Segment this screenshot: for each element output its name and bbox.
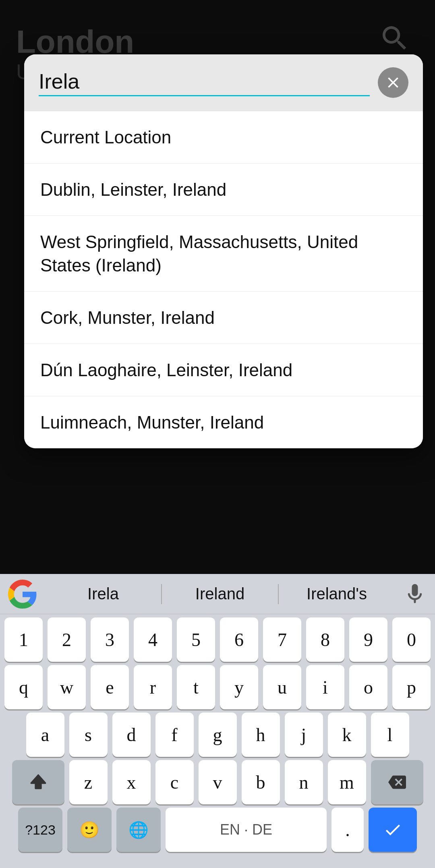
- result-west-springfield[interactable]: West Springfield, Massachusetts, United …: [24, 216, 423, 291]
- key-5[interactable]: 5: [177, 617, 215, 662]
- suggestions-bar: Irela Ireland Ireland's: [0, 574, 435, 614]
- shift-icon: [28, 772, 49, 793]
- globe-key[interactable]: 🌐: [116, 808, 161, 852]
- number-row: 1 2 3 4 5 6 7 8 9 0: [0, 614, 435, 662]
- key-m[interactable]: m: [328, 760, 366, 804]
- shift-key[interactable]: [12, 760, 64, 804]
- key-o[interactable]: o: [349, 665, 387, 709]
- key-f[interactable]: f: [155, 713, 194, 757]
- result-current-location[interactable]: Current Location: [24, 111, 423, 164]
- key-u[interactable]: u: [263, 665, 301, 709]
- key-8[interactable]: 8: [306, 617, 344, 662]
- key-s[interactable]: s: [69, 713, 108, 757]
- key-i[interactable]: i: [306, 665, 344, 709]
- search-input-area: [24, 54, 423, 111]
- mic-icon[interactable]: [403, 582, 427, 606]
- suggestion-irela[interactable]: Irela: [45, 585, 161, 603]
- zxcv-row: z x c v b n m: [0, 757, 435, 804]
- key-k[interactable]: k: [328, 713, 366, 757]
- key-q[interactable]: q: [4, 665, 43, 709]
- result-dun-laoghaire[interactable]: Dún Laoghaire, Leinster, Ireland: [24, 344, 423, 396]
- key-9[interactable]: 9: [349, 617, 387, 662]
- key-3[interactable]: 3: [91, 617, 129, 662]
- key-6[interactable]: 6: [220, 617, 258, 662]
- suggestion-ireland[interactable]: Ireland: [162, 585, 278, 603]
- key-r[interactable]: r: [134, 665, 172, 709]
- key-x[interactable]: x: [112, 760, 151, 804]
- key-h[interactable]: h: [242, 713, 280, 757]
- symbol-key[interactable]: ?123: [18, 808, 62, 852]
- key-4[interactable]: 4: [134, 617, 172, 662]
- result-cork[interactable]: Cork, Munster, Ireland: [24, 292, 423, 344]
- asdf-row: a s d f g h j k l: [0, 709, 435, 757]
- backspace-key[interactable]: [371, 760, 423, 804]
- keyboard: Irela Ireland Ireland's 1 2 3 4 5 6 7 8 …: [0, 574, 435, 868]
- key-d[interactable]: d: [112, 713, 151, 757]
- enter-key[interactable]: [369, 808, 417, 852]
- space-key[interactable]: EN · DE: [166, 808, 327, 852]
- period-key[interactable]: .: [331, 808, 364, 852]
- key-a[interactable]: a: [26, 713, 64, 757]
- key-0[interactable]: 0: [392, 617, 431, 662]
- suggestion-irelands[interactable]: Ireland's: [279, 585, 395, 603]
- emoji-key[interactable]: 🙂: [67, 808, 112, 852]
- backspace-icon: [388, 773, 406, 791]
- key-j[interactable]: j: [285, 713, 323, 757]
- search-input[interactable]: [39, 69, 370, 96]
- key-b[interactable]: b: [242, 760, 280, 804]
- key-w[interactable]: w: [48, 665, 86, 709]
- key-z[interactable]: z: [69, 760, 108, 804]
- key-p[interactable]: p: [392, 665, 431, 709]
- checkmark-icon: [383, 820, 402, 839]
- google-icon: [8, 580, 37, 609]
- close-icon: [384, 74, 402, 91]
- key-c[interactable]: c: [155, 760, 194, 804]
- bottom-row: ?123 🙂 🌐 EN · DE .: [0, 804, 435, 860]
- result-dublin[interactable]: Dublin, Leinster, Ireland: [24, 164, 423, 216]
- key-n[interactable]: n: [285, 760, 323, 804]
- key-y[interactable]: y: [220, 665, 258, 709]
- results-list: Current Location Dublin, Leinster, Irela…: [24, 111, 423, 448]
- key-e[interactable]: e: [91, 665, 129, 709]
- key-t[interactable]: t: [177, 665, 215, 709]
- key-7[interactable]: 7: [263, 617, 301, 662]
- key-2[interactable]: 2: [48, 617, 86, 662]
- result-luimneach[interactable]: Luimneach, Munster, Ireland: [24, 396, 423, 448]
- qwerty-row: q w e r t y u i o p: [0, 662, 435, 709]
- key-v[interactable]: v: [199, 760, 237, 804]
- search-dialog: Current Location Dublin, Leinster, Irela…: [24, 54, 423, 448]
- key-l[interactable]: l: [371, 713, 409, 757]
- key-g[interactable]: g: [199, 713, 237, 757]
- close-button[interactable]: [378, 67, 408, 98]
- key-1[interactable]: 1: [4, 617, 43, 662]
